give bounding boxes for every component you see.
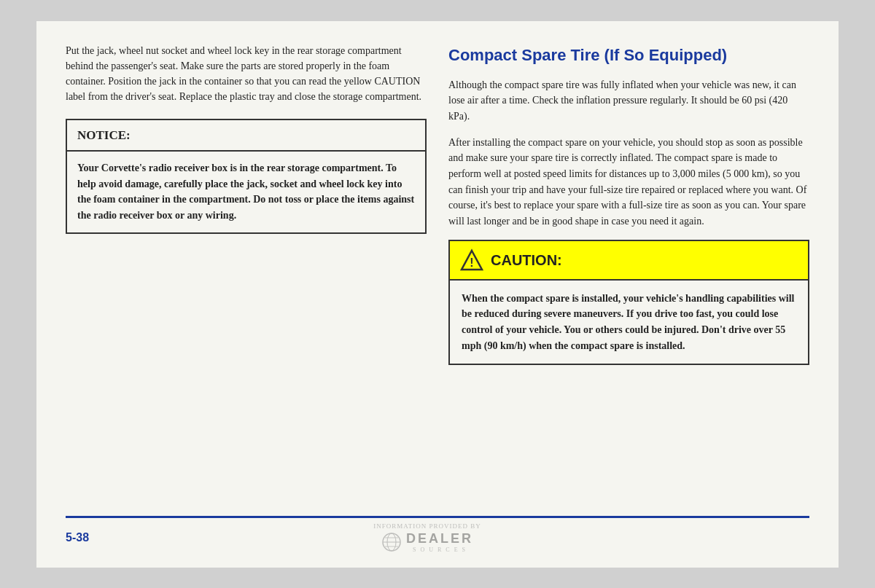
page-number: 5-38 [66, 531, 89, 544]
dealer-sub: S O U R C E S [406, 546, 473, 553]
notice-header: NOTICE: [67, 120, 425, 152]
footer: 5-38 Information Provided by DEALER S O … [66, 516, 809, 553]
caution-label: CAUTION: [491, 249, 562, 271]
dealer-globe-icon [381, 532, 402, 552]
intro-text: Put the jack, wheel nut socket and wheel… [66, 43, 427, 104]
svg-text:!: ! [470, 256, 473, 269]
caution-body: When the compact spare is installed, you… [450, 281, 808, 364]
right-column: Compact Spare Tire (If So Equipped) Alth… [448, 43, 809, 503]
caution-box: ! CAUTION: When the compact spare is ins… [448, 240, 809, 366]
caution-triangle-icon: ! [460, 248, 483, 272]
caution-header: ! CAUTION: [450, 241, 808, 281]
notice-box: NOTICE: Your Corvette's radio receiver b… [66, 119, 427, 234]
manual-page: Put the jack, wheel nut socket and wheel… [36, 21, 839, 568]
footer-provided-text: Information Provided by [373, 522, 481, 530]
dealer-logo: DEALER S O U R C E S [381, 531, 473, 553]
para2: After installing the compact spare on yo… [448, 135, 809, 230]
notice-body: Your Corvette's radio receiver box is in… [67, 152, 425, 232]
para1: Although the compact spare tire was full… [448, 77, 809, 125]
content-area: Put the jack, wheel nut socket and wheel… [66, 43, 809, 503]
section-title: Compact Spare Tire (If So Equipped) [448, 43, 809, 67]
dealer-text: DEALER [406, 531, 473, 546]
dealer-name-area: DEALER S O U R C E S [406, 531, 473, 553]
footer-logo-area: Information Provided by DEALER S O U R C… [373, 522, 481, 553]
left-column: Put the jack, wheel nut socket and wheel… [66, 43, 427, 503]
